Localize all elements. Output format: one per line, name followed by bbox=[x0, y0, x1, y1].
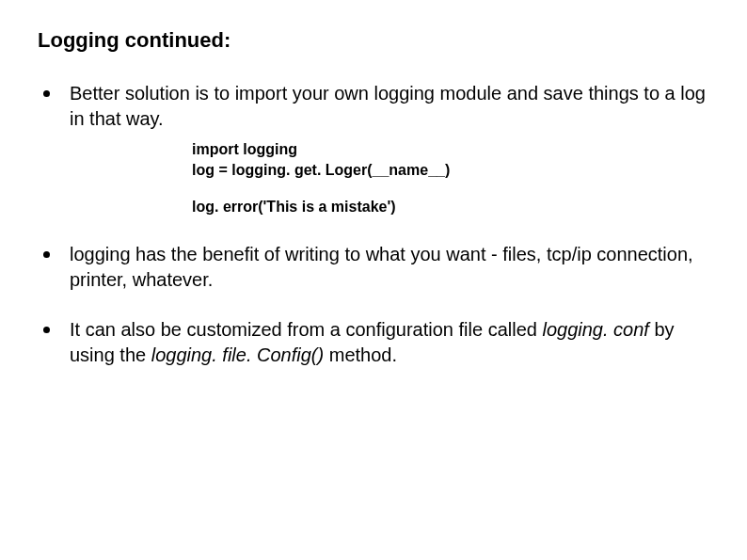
bullet3-part1: It can also be customized from a configu… bbox=[70, 319, 542, 340]
slide: Logging continued: Better solution is to… bbox=[0, 0, 747, 560]
bullet-item-3: It can also be customized from a configu… bbox=[38, 317, 709, 368]
code-gap bbox=[192, 180, 709, 197]
bullet-item-1: Better solution is to import your own lo… bbox=[38, 81, 709, 217]
bullet3-italic1: logging. conf bbox=[542, 319, 648, 340]
bullet-text-2: logging has the benefit of writing to wh… bbox=[70, 244, 693, 290]
code-line-1: import logging bbox=[192, 139, 709, 160]
bullet-text-1: Better solution is to import your own lo… bbox=[70, 83, 706, 129]
code-line-2: log = logging. get. Loger(__name__) bbox=[192, 160, 709, 181]
bullet-list: Better solution is to import your own lo… bbox=[38, 81, 709, 368]
slide-title: Logging continued: bbox=[38, 28, 709, 53]
bullet3-part3: method. bbox=[324, 344, 397, 365]
bullet3-italic2: logging. file. Config() bbox=[151, 344, 324, 365]
bullet-text-3: It can also be customized from a configu… bbox=[70, 319, 675, 365]
code-line-3: log. error('This is a mistake') bbox=[192, 197, 709, 217]
bullet-item-2: logging has the benefit of writing to wh… bbox=[38, 242, 709, 293]
code-block: import logging log = logging. get. Loger… bbox=[192, 139, 709, 217]
